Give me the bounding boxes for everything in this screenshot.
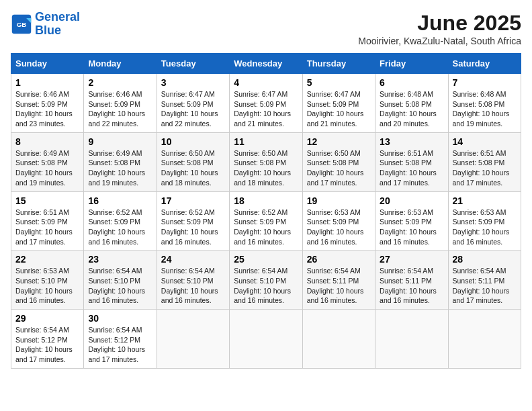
- day-number: 1: [15, 77, 79, 88]
- day-cell: 24Sunrise: 6:54 AM Sunset: 5:10 PM Dayli…: [157, 250, 229, 310]
- day-number: 12: [307, 136, 371, 147]
- day-info: Sunrise: 6:53 AM Sunset: 5:09 PM Dayligh…: [380, 208, 443, 247]
- day-number: 10: [161, 136, 225, 147]
- subtitle: Mooirivier, KwaZulu-Natal, South Africa: [358, 36, 521, 46]
- day-number: 14: [453, 136, 517, 147]
- day-number: 9: [88, 136, 152, 147]
- day-cell: 11Sunrise: 6:50 AM Sunset: 5:08 PM Dayli…: [230, 132, 302, 191]
- weekday-header-monday: Monday: [84, 54, 157, 74]
- day-cell: 20Sunrise: 6:53 AM Sunset: 5:09 PM Dayli…: [375, 191, 448, 250]
- day-cell: 17Sunrise: 6:52 AM Sunset: 5:09 PM Dayli…: [157, 191, 229, 250]
- day-info: Sunrise: 6:53 AM Sunset: 5:09 PM Dayligh…: [453, 208, 517, 247]
- logo-text: General Blue: [35, 11, 80, 38]
- day-info: Sunrise: 6:47 AM Sunset: 5:09 PM Dayligh…: [307, 89, 371, 129]
- logo: GB General Blue: [11, 11, 80, 38]
- day-info: Sunrise: 6:48 AM Sunset: 5:08 PM Dayligh…: [453, 89, 517, 129]
- weekday-header-sunday: Sunday: [11, 54, 84, 74]
- day-info: Sunrise: 6:54 AM Sunset: 5:12 PM Dayligh…: [15, 325, 79, 365]
- weekday-header-saturday: Saturday: [448, 54, 521, 74]
- day-cell: 25Sunrise: 6:54 AM Sunset: 5:10 PM Dayli…: [230, 250, 302, 310]
- day-number: 26: [307, 254, 371, 265]
- day-cell: 8Sunrise: 6:49 AM Sunset: 5:08 PM Daylig…: [11, 132, 84, 191]
- day-cell: [230, 310, 302, 369]
- svg-text:GB: GB: [17, 20, 27, 28]
- day-number: 19: [307, 195, 371, 206]
- day-cell: 27Sunrise: 6:54 AM Sunset: 5:11 PM Dayli…: [375, 250, 448, 310]
- day-info: Sunrise: 6:53 AM Sunset: 5:09 PM Dayligh…: [307, 208, 371, 247]
- day-cell: [157, 310, 229, 369]
- day-number: 5: [307, 77, 371, 88]
- week-row-4: 22Sunrise: 6:53 AM Sunset: 5:10 PM Dayli…: [11, 250, 521, 310]
- day-cell: 13Sunrise: 6:51 AM Sunset: 5:08 PM Dayli…: [375, 132, 448, 191]
- day-number: 15: [15, 195, 79, 206]
- day-info: Sunrise: 6:46 AM Sunset: 5:09 PM Dayligh…: [88, 89, 152, 129]
- day-number: 4: [234, 77, 298, 88]
- day-info: Sunrise: 6:46 AM Sunset: 5:09 PM Dayligh…: [15, 89, 79, 129]
- day-cell: 3Sunrise: 6:47 AM Sunset: 5:09 PM Daylig…: [157, 74, 229, 133]
- day-cell: [302, 310, 375, 369]
- week-row-5: 29Sunrise: 6:54 AM Sunset: 5:12 PM Dayli…: [11, 310, 521, 369]
- day-number: 28: [453, 254, 517, 265]
- day-number: 24: [161, 254, 225, 265]
- day-cell: 12Sunrise: 6:50 AM Sunset: 5:08 PM Dayli…: [302, 132, 375, 191]
- day-info: Sunrise: 6:52 AM Sunset: 5:09 PM Dayligh…: [161, 208, 225, 247]
- day-info: Sunrise: 6:53 AM Sunset: 5:10 PM Dayligh…: [15, 266, 79, 306]
- day-cell: [448, 310, 521, 369]
- day-number: 20: [380, 195, 443, 206]
- weekday-header-thursday: Thursday: [302, 54, 375, 74]
- day-number: 18: [234, 195, 298, 206]
- day-cell: 21Sunrise: 6:53 AM Sunset: 5:09 PM Dayli…: [448, 191, 521, 250]
- day-info: Sunrise: 6:54 AM Sunset: 5:10 PM Dayligh…: [234, 266, 298, 306]
- day-cell: 15Sunrise: 6:51 AM Sunset: 5:09 PM Dayli…: [11, 191, 84, 250]
- week-row-1: 1Sunrise: 6:46 AM Sunset: 5:09 PM Daylig…: [11, 74, 521, 133]
- logo-icon: GB: [11, 13, 32, 35]
- day-info: Sunrise: 6:51 AM Sunset: 5:08 PM Dayligh…: [453, 148, 517, 188]
- day-info: Sunrise: 6:50 AM Sunset: 5:08 PM Dayligh…: [161, 148, 225, 188]
- day-cell: 14Sunrise: 6:51 AM Sunset: 5:08 PM Dayli…: [448, 132, 521, 191]
- day-number: 16: [88, 195, 152, 206]
- day-number: 29: [15, 313, 79, 324]
- day-number: 25: [234, 254, 298, 265]
- day-number: 27: [380, 254, 443, 265]
- logo-line2: Blue: [35, 24, 61, 37]
- header: GB General Blue June 2025 Mooirivier, Kw…: [11, 11, 521, 46]
- day-info: Sunrise: 6:54 AM Sunset: 5:12 PM Dayligh…: [88, 325, 152, 365]
- day-number: 2: [88, 77, 152, 88]
- day-info: Sunrise: 6:49 AM Sunset: 5:08 PM Dayligh…: [15, 148, 79, 188]
- logo-line1: General: [35, 10, 80, 24]
- calendar-table: SundayMondayTuesdayWednesdayThursdayFrid…: [11, 53, 521, 369]
- day-info: Sunrise: 6:48 AM Sunset: 5:08 PM Dayligh…: [380, 89, 443, 129]
- weekday-header-wednesday: Wednesday: [230, 54, 302, 74]
- day-number: 3: [161, 77, 225, 88]
- day-cell: 23Sunrise: 6:54 AM Sunset: 5:10 PM Dayli…: [84, 250, 157, 310]
- day-info: Sunrise: 6:54 AM Sunset: 5:10 PM Dayligh…: [88, 266, 152, 306]
- weekday-header-row: SundayMondayTuesdayWednesdayThursdayFrid…: [11, 54, 521, 74]
- weekday-header-friday: Friday: [375, 54, 448, 74]
- day-info: Sunrise: 6:50 AM Sunset: 5:08 PM Dayligh…: [234, 148, 298, 188]
- day-number: 22: [15, 254, 79, 265]
- week-row-2: 8Sunrise: 6:49 AM Sunset: 5:08 PM Daylig…: [11, 132, 521, 191]
- day-cell: 5Sunrise: 6:47 AM Sunset: 5:09 PM Daylig…: [302, 74, 375, 133]
- day-info: Sunrise: 6:47 AM Sunset: 5:09 PM Dayligh…: [234, 89, 298, 129]
- day-info: Sunrise: 6:54 AM Sunset: 5:11 PM Dayligh…: [453, 266, 517, 306]
- weekday-header-tuesday: Tuesday: [157, 54, 229, 74]
- day-cell: 9Sunrise: 6:49 AM Sunset: 5:08 PM Daylig…: [84, 132, 157, 191]
- day-info: Sunrise: 6:49 AM Sunset: 5:08 PM Dayligh…: [88, 148, 152, 188]
- day-number: 30: [88, 313, 152, 324]
- day-cell: 30Sunrise: 6:54 AM Sunset: 5:12 PM Dayli…: [84, 310, 157, 369]
- day-number: 6: [380, 77, 443, 88]
- day-number: 8: [15, 136, 79, 147]
- day-number: 13: [380, 136, 443, 147]
- day-cell: 2Sunrise: 6:46 AM Sunset: 5:09 PM Daylig…: [84, 74, 157, 133]
- day-cell: 1Sunrise: 6:46 AM Sunset: 5:09 PM Daylig…: [11, 74, 84, 133]
- day-cell: 6Sunrise: 6:48 AM Sunset: 5:08 PM Daylig…: [375, 74, 448, 133]
- day-cell: 16Sunrise: 6:52 AM Sunset: 5:09 PM Dayli…: [84, 191, 157, 250]
- day-number: 11: [234, 136, 298, 147]
- day-cell: 7Sunrise: 6:48 AM Sunset: 5:08 PM Daylig…: [448, 74, 521, 133]
- day-info: Sunrise: 6:54 AM Sunset: 5:11 PM Dayligh…: [307, 266, 371, 306]
- title-area: June 2025 Mooirivier, KwaZulu-Natal, Sou…: [358, 11, 521, 46]
- day-number: 7: [453, 77, 517, 88]
- day-cell: 28Sunrise: 6:54 AM Sunset: 5:11 PM Dayli…: [448, 250, 521, 310]
- day-info: Sunrise: 6:47 AM Sunset: 5:09 PM Dayligh…: [161, 89, 225, 129]
- day-cell: [375, 310, 448, 369]
